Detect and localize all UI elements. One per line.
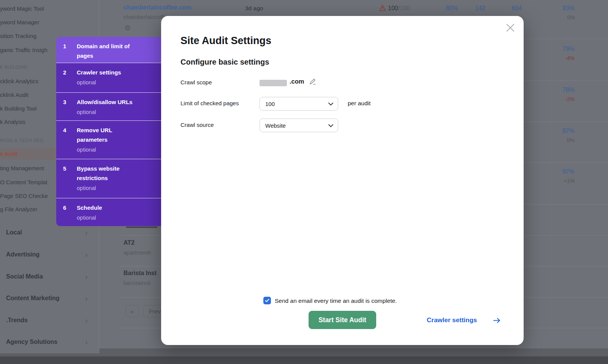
site-audit-wizard-stepper: 1 Domain and limit of pages 2 Crawler se…: [56, 37, 161, 226]
pagination-prev-label: Prev: [149, 308, 161, 315]
sidebar-item-listing-management[interactable]: ting Management: [0, 165, 44, 171]
trend-delta: +1%: [552, 178, 575, 184]
sidebar-item-organic-traffic-insights[interactable]: ganic Traffic Insigh: [0, 47, 48, 53]
redacted-domain: [260, 80, 287, 86]
step-remove-url-parameters[interactable]: 4 Remove URL parameters optional: [56, 121, 161, 159]
crawl-source-label: Crawl source: [180, 122, 214, 128]
limit-value: 100: [265, 101, 275, 107]
step-schedule[interactable]: 6 Schedule optional: [56, 198, 161, 226]
sidebar-item-link-building-tool[interactable]: k Building Tool: [0, 105, 36, 112]
sidebar-item-backlink-analytics[interactable]: cklink Analytics: [0, 78, 38, 84]
sidebar-item-bulk-analysis[interactable]: k Analysis: [0, 119, 25, 125]
project-name[interactable]: AT2: [124, 239, 135, 246]
step-number: 3: [63, 97, 77, 120]
step-bypass-website-restrictions[interactable]: 5 Bypass website restrictions optional: [56, 159, 161, 198]
crawl-source-value: Website: [265, 122, 286, 129]
sidebar-item-trends[interactable]: .Trends: [6, 317, 28, 324]
limit-label: Limit of checked pages: [180, 100, 239, 106]
crawler-settings-link[interactable]: Crawler settings: [427, 317, 477, 324]
pages-crawled: 100/100: [388, 5, 410, 12]
project-link[interactable]: chamberlaincoffee.com: [124, 4, 192, 11]
arrow-right-icon[interactable]: [493, 318, 500, 323]
step-title: Remove URL parameters: [77, 125, 142, 144]
step-title: Domain and limit of pages: [77, 41, 142, 60]
sidebar-item-agency-solutions[interactable]: Agency Solutions: [6, 339, 57, 345]
sidebar-item-backlink-audit[interactable]: cklink Audit: [0, 92, 28, 98]
step-number: 4: [63, 125, 77, 159]
sidebar-item-keyword-manager[interactable]: yword Manager: [0, 19, 39, 25]
step-optional: optional: [77, 213, 142, 223]
crawl-source-select[interactable]: Website: [260, 119, 338, 132]
pages-value: 100: [388, 5, 398, 11]
modal-subtitle: Configure basic settings: [180, 58, 269, 66]
clipped-text-sliver: [126, 226, 157, 228]
trend-delta: 0%: [552, 137, 575, 143]
close-icon[interactable]: [505, 22, 516, 33]
trend-delta: -2%: [552, 96, 575, 102]
project-name[interactable]: Barista Inst: [124, 270, 157, 277]
edit-icon[interactable]: [309, 78, 316, 85]
chevron-right-icon: ›: [85, 296, 88, 301]
step-title: Crawler settings: [77, 68, 142, 77]
warning-icon: [379, 5, 386, 11]
sidebar-item-content-marketing[interactable]: Content Marketing: [6, 295, 59, 302]
sidebar-item-keyword-magic-tool[interactable]: yword Magic Tool: [0, 5, 44, 12]
chevron-right-icon: ›: [85, 318, 88, 323]
step-optional: optional: [77, 108, 142, 117]
project-domain: baristainsti: [124, 280, 151, 286]
double-chevron-left-icon: «: [131, 308, 134, 315]
metric-3[interactable]: 604: [499, 5, 522, 12]
trend-value[interactable]: 97%: [552, 168, 575, 175]
step-crawler-settings[interactable]: 2 Crawler settings optional: [56, 63, 161, 93]
right-value[interactable]: 93%: [552, 5, 575, 12]
sidebar-item-advertising[interactable]: Advertising: [6, 251, 40, 258]
project-domain: apartmentt: [124, 249, 151, 256]
sidebar-item-site-audit[interactable]: e Audit: [0, 150, 17, 157]
crawl-scope-label: Crawl scope: [180, 79, 212, 85]
screen: chamberlaincoffee.com chamberlaincoffee.…: [0, 0, 608, 364]
email-checkbox-label: Send an email every time an audit is com…: [275, 298, 397, 304]
step-optional: optional: [77, 145, 142, 155]
sidebar-section-onpage-tech-seo: PAGE & TECH SEO: [0, 138, 43, 143]
last-crawl: 3d ago: [245, 5, 263, 12]
step-title: Bypass website restrictions: [77, 164, 142, 183]
chevron-down-icon: [328, 124, 333, 127]
chevron-right-icon: ›: [85, 252, 88, 257]
step-number: 2: [63, 68, 77, 92]
sidebar-item-log-file-analyzer[interactable]: g File Analyzer: [0, 206, 37, 212]
sidebar-item-social-media[interactable]: Social Media: [6, 273, 43, 280]
trend-value[interactable]: 78%: [552, 87, 575, 93]
email-checkbox[interactable]: [263, 297, 271, 304]
chevron-right-icon: ›: [85, 339, 88, 345]
crawl-scope-suffix: .com: [290, 78, 304, 85]
trend-value[interactable]: 97%: [552, 128, 575, 135]
step-number: 1: [63, 41, 77, 63]
start-site-audit-button[interactable]: Start Site Audit: [309, 311, 376, 329]
pages-total: /100: [398, 5, 410, 11]
step-optional: optional: [77, 78, 142, 87]
limit-suffix: per audit: [348, 100, 370, 107]
gear-icon[interactable]: ⚙: [124, 24, 131, 32]
site-audit-settings-modal: Site Audit Settings Configure basic sett…: [161, 16, 524, 345]
limit-select[interactable]: 100: [260, 97, 338, 111]
modal-title: Site Audit Settings: [180, 35, 271, 47]
health-score[interactable]: 80%: [435, 5, 458, 12]
step-optional: optional: [77, 184, 142, 193]
step-title: Allow/disallow URLs: [77, 97, 142, 107]
sidebar-item-position-tracking[interactable]: sition Tracking: [0, 33, 36, 39]
pagination-first-button[interactable]: «: [126, 305, 139, 317]
sidebar-item-onpage-seo-checker[interactable]: Page SEO Checke: [0, 193, 48, 199]
step-number: 6: [63, 203, 77, 226]
step-number: 5: [63, 164, 77, 198]
chevron-right-icon: ›: [85, 274, 88, 279]
step-allow-disallow-urls[interactable]: 3 Allow/disallow URLs optional: [56, 93, 161, 121]
trend-delta: -4%: [552, 55, 575, 61]
sidebar-item-local[interactable]: Local: [6, 229, 22, 236]
step-title: Schedule: [77, 203, 142, 212]
trend-value[interactable]: 79%: [552, 46, 575, 52]
right-delta: 0%: [552, 14, 575, 21]
metric-2[interactable]: 142: [462, 5, 485, 12]
sidebar-section-link-building: K BUILDING: [0, 65, 27, 70]
step-domain-and-limit[interactable]: 1 Domain and limit of pages: [56, 37, 161, 63]
sidebar-item-seo-content-template[interactable]: O Content Templat: [0, 179, 48, 185]
